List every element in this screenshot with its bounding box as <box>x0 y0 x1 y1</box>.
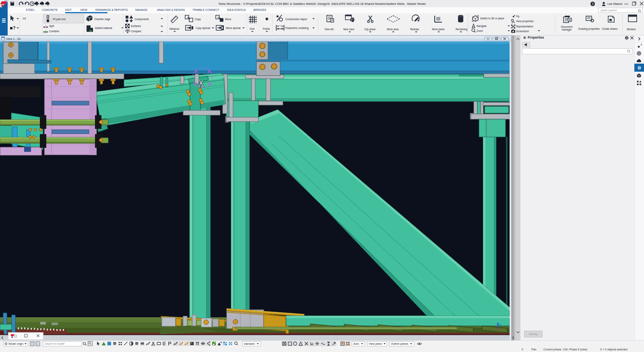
svg-text:?: ? <box>592 2 593 6</box>
svg-text:Model origin: Model origin <box>8 342 23 346</box>
svg-text:View plane: View plane <box>369 342 382 346</box>
svg-text:z: z <box>500 323 501 326</box>
svg-text:standard: standard <box>244 342 255 345</box>
svg-text:?: ? <box>640 44 642 46</box>
svg-text:Auto: Auto <box>353 342 359 345</box>
svg-text:?: ? <box>13 25 16 30</box>
svg-text:Outline planes: Outline planes <box>391 342 409 346</box>
svg-text:?: ? <box>626 37 627 39</box>
